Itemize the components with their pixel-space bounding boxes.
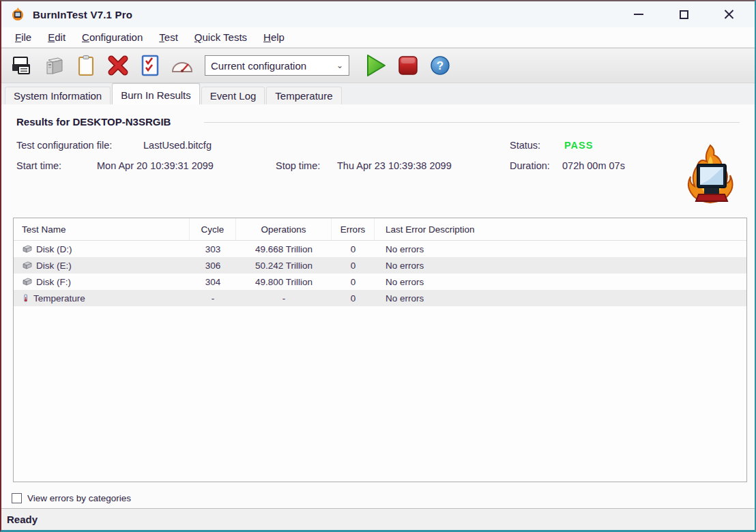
app-logo-icon [11,8,25,21]
header-errors[interactable]: Errors [332,218,375,240]
errors-value: 0 [332,261,375,271]
last-error-value: No errors [375,277,746,287]
last-error-value: No errors [375,293,746,304]
header-operations[interactable]: Operations [236,218,332,240]
table-row-disk-f[interactable]: Disk (F:) 304 49.800 Trillion 0 No error… [14,274,746,290]
clipboard-button[interactable] [74,53,98,78]
help-icon: ? [429,55,451,76]
errors-value: 0 [332,293,375,304]
system-information-button[interactable] [42,53,66,78]
thermometer-icon [22,293,30,303]
window-controls [630,6,745,23]
config-file-value: LastUsed.bitcfg [143,140,212,151]
configuration-select-value: Current configuration [211,60,306,72]
minimize-icon [634,14,643,15]
test-selection-icon [141,55,160,76]
test-name: Disk (F:) [36,277,71,287]
menu-configuration[interactable]: Configuration [75,29,149,45]
clipboard-icon [76,55,96,76]
menu-test[interactable]: Test [152,29,185,45]
duration-value: 072h 00m 07s [562,160,625,171]
operations-value: 49.668 Trillion [236,244,332,254]
last-error-value: No errors [375,261,746,271]
menu-help[interactable]: Help [257,29,291,45]
errors-value: 0 [332,277,375,287]
cycle-value: 303 [190,244,236,254]
results-heading: Results for DESKTOP-N3SRGIB [16,116,171,128]
status-bar-text: Ready [7,514,38,525]
close-icon [724,10,734,20]
cycle-value: 306 [190,261,236,271]
disk-icon [22,277,33,286]
burn-in-results-panel: Results for DESKTOP-N3SRGIB Test configu… [1,104,755,508]
table-row-disk-d[interactable]: Disk (D:) 303 49.668 Trillion 0 No error… [14,241,746,257]
menu-quick-tests[interactable]: Quick Tests [188,29,254,45]
toolbar: Current configuration ⌄ ? [1,48,755,83]
status-bar: Ready [1,508,755,530]
burnintest-flame-logo [684,144,737,207]
maximize-icon [680,10,688,19]
start-icon [364,53,388,78]
start-tests-button[interactable] [364,53,388,78]
menu-bar: File Edit Configuration Test Quick Tests… [1,27,755,48]
test-selection-button[interactable] [138,53,162,78]
results-table: Test Name Cycle Operations Errors Last E… [13,218,747,482]
minimize-button[interactable] [630,6,647,23]
system-info-icon [43,55,65,76]
stop-tests-button[interactable] [396,53,420,78]
test-name: Disk (D:) [36,244,72,254]
title-bar: BurnInTest V7.1 Pro [1,1,755,27]
gauge-button[interactable] [170,53,194,78]
maximize-button[interactable] [675,6,692,23]
disk-icon [22,244,33,254]
view-errors-checkbox[interactable] [12,493,22,503]
start-time-label: Start time: [16,160,61,171]
stop-icon [397,55,419,76]
test-name: Temperature [33,293,85,304]
menu-edit[interactable]: Edit [41,29,72,45]
app-window: BurnInTest V7.1 Pro File Edit Configurat… [0,0,756,532]
test-name: Disk (E:) [36,261,72,271]
window-title: BurnInTest V7.1 Pro [33,9,132,20]
close-button[interactable] [721,6,737,23]
heading-divider [204,122,740,123]
header-last-error-description[interactable]: Last Error Description [375,218,746,240]
tab-system-information[interactable]: System Information [5,87,111,104]
print-icon [11,55,33,76]
header-cycle[interactable]: Cycle [190,218,236,240]
operations-value: 50.242 Trillion [236,261,332,271]
configuration-select[interactable]: Current configuration ⌄ [205,55,349,76]
svg-text:?: ? [437,59,444,72]
print-button[interactable] [10,53,34,78]
table-row-temperature[interactable]: Temperature - - 0 No errors [14,290,746,306]
disk-icon [22,261,33,270]
table-row-disk-e[interactable]: Disk (E:) 306 50.242 Trillion 0 No error… [14,257,746,274]
help-button[interactable]: ? [428,53,452,78]
delete-results-button[interactable] [106,53,130,78]
stop-time-label: Stop time: [276,160,320,171]
chevron-down-icon: ⌄ [336,61,343,70]
header-test-name[interactable]: Test Name [14,218,190,240]
delete-icon [106,55,130,76]
duration-label: Duration: [510,160,550,171]
errors-value: 0 [332,244,375,254]
gauge-icon [171,55,194,76]
status-label: Status: [510,140,540,151]
tab-event-log[interactable]: Event Log [201,87,265,104]
view-errors-row: View errors by categories [12,493,131,503]
last-error-value: No errors [375,244,746,254]
operations-value: - [236,293,332,304]
tab-burn-in-results[interactable]: Burn In Results [112,83,200,104]
operations-value: 49.800 Trillion [236,277,332,287]
config-file-label: Test configuration file: [16,140,112,151]
status-value: PASS [564,140,593,151]
menu-file[interactable]: File [8,29,38,45]
tab-temperature[interactable]: Temperature [266,87,341,104]
start-time-value: Mon Apr 20 10:39:31 2099 [97,160,214,171]
cycle-value: 304 [190,277,236,287]
tab-bar: System Information Burn In Results Event… [1,83,755,104]
view-errors-label: View errors by categories [27,493,131,503]
cycle-value: - [190,293,236,304]
stop-time-value: Thu Apr 23 10:39:38 2099 [337,160,452,171]
results-table-header: Test Name Cycle Operations Errors Last E… [14,218,746,241]
